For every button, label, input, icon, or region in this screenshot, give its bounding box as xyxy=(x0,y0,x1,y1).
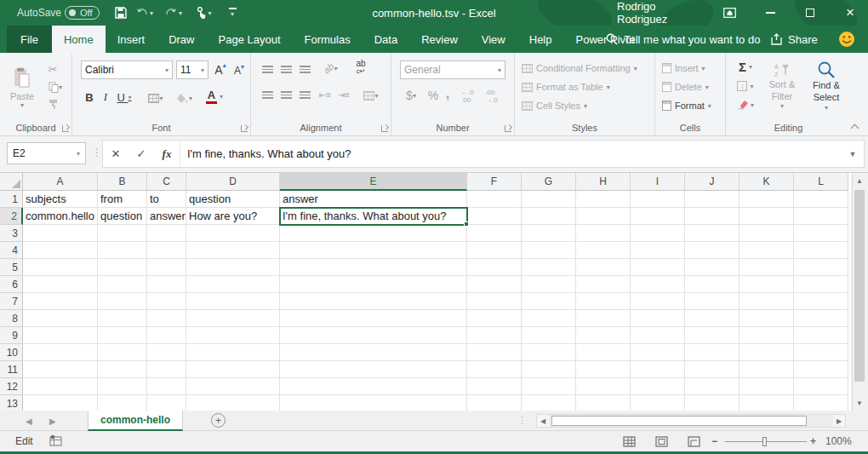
cut-button[interactable]: ✂ xyxy=(44,61,61,77)
cell-F9[interactable] xyxy=(467,327,522,344)
decrease-indent-button[interactable]: ⇤≡ xyxy=(317,89,333,101)
middle-align-button[interactable] xyxy=(278,63,294,75)
cell-L5[interactable] xyxy=(794,259,848,276)
enter-button[interactable]: ✓ xyxy=(128,141,154,167)
underline-button[interactable]: U ▾ xyxy=(113,89,135,106)
cell-C11[interactable] xyxy=(147,361,186,378)
column-header-K[interactable]: K xyxy=(740,173,794,191)
cell-I3[interactable] xyxy=(631,225,685,242)
tell-me-button[interactable]: Tell me what you want to do xyxy=(606,26,760,53)
cell-styles-button[interactable]: Cell Styles▾ xyxy=(522,96,637,115)
cell-K4[interactable] xyxy=(740,242,794,259)
cell-K9[interactable] xyxy=(740,327,794,344)
column-header-H[interactable]: H xyxy=(576,173,631,191)
cell-J10[interactable] xyxy=(685,344,740,361)
borders-button[interactable]: ▾ xyxy=(144,90,168,106)
cell-H3[interactable] xyxy=(576,225,631,242)
cell-L7[interactable] xyxy=(794,293,848,310)
row-header-6[interactable]: 6 xyxy=(0,276,23,293)
cell-C12[interactable] xyxy=(147,378,186,395)
cell-C10[interactable] xyxy=(147,344,186,361)
cell-H9[interactable] xyxy=(576,327,631,344)
cancel-button[interactable]: ✕ xyxy=(103,141,128,167)
cell-I11[interactable] xyxy=(631,361,685,378)
cell-K13[interactable] xyxy=(740,395,794,411)
cell-H10[interactable] xyxy=(576,344,631,361)
cell-E3[interactable] xyxy=(280,225,467,242)
cell-J3[interactable] xyxy=(685,225,740,242)
cell-D10[interactable] xyxy=(186,344,280,361)
cell-L6[interactable] xyxy=(794,276,848,293)
align-right-button[interactable] xyxy=(297,89,312,101)
cell-J8[interactable] xyxy=(685,310,740,327)
cell-A1[interactable]: subjects xyxy=(23,191,98,208)
comma-style-button[interactable]: , xyxy=(443,85,453,102)
ribbon-tab-insert[interactable]: Insert xyxy=(106,26,157,53)
bottom-align-button[interactable] xyxy=(297,63,312,75)
orientation-button[interactable]: ab▾ xyxy=(317,60,343,76)
delete-button[interactable]: Delete▾ xyxy=(662,78,711,96)
clipboard-dialog-launcher[interactable] xyxy=(62,125,69,132)
cell-I10[interactable] xyxy=(631,344,685,361)
fill-button[interactable]: ↓▾ xyxy=(733,78,758,94)
format-painter-button[interactable] xyxy=(44,97,61,111)
row-header-7[interactable]: 7 xyxy=(0,293,23,310)
collapse-ribbon-button[interactable] xyxy=(848,121,861,131)
scroll-down-button[interactable]: ▼ xyxy=(853,396,866,411)
cell-B9[interactable] xyxy=(98,327,147,344)
align-left-button[interactable] xyxy=(260,89,275,101)
cell-D2[interactable]: How are you? xyxy=(186,208,280,225)
fill-handle[interactable] xyxy=(464,221,469,227)
save-button[interactable] xyxy=(111,0,131,26)
cell-I13[interactable] xyxy=(631,395,685,411)
cell-C1[interactable]: to xyxy=(147,191,186,208)
cell-K6[interactable] xyxy=(740,276,794,293)
cell-H11[interactable] xyxy=(576,361,631,378)
cell-K11[interactable] xyxy=(740,361,794,378)
cell-I12[interactable] xyxy=(631,378,685,395)
alignment-dialog-launcher[interactable] xyxy=(381,125,388,132)
ribbon-tab-draw[interactable]: Draw xyxy=(157,26,206,53)
next-sheet-button[interactable]: ▶ xyxy=(49,411,56,431)
cell-J9[interactable] xyxy=(685,327,740,344)
cell-I4[interactable] xyxy=(631,242,685,259)
cell-E8[interactable] xyxy=(280,310,467,327)
cell-F1[interactable] xyxy=(467,191,522,208)
cell-I5[interactable] xyxy=(631,259,685,276)
autosave-toggle[interactable]: Off xyxy=(65,0,100,26)
cell-A5[interactable] xyxy=(23,259,98,276)
row-header-8[interactable]: 8 xyxy=(0,310,23,327)
cell-E13[interactable] xyxy=(280,395,467,411)
cell-C5[interactable] xyxy=(147,259,186,276)
page-layout-view-button[interactable] xyxy=(654,434,669,448)
column-header-J[interactable]: J xyxy=(685,173,740,191)
cell-C4[interactable] xyxy=(147,242,186,259)
cell-C8[interactable] xyxy=(147,310,186,327)
ribbon-tab-help[interactable]: Help xyxy=(517,26,564,53)
row-header-9[interactable]: 9 xyxy=(0,327,23,344)
percent-style-button[interactable]: % xyxy=(425,87,441,104)
column-header-A[interactable]: A xyxy=(23,173,98,191)
vertical-scrollbar[interactable]: ▲ ▼ xyxy=(852,174,865,411)
cell-I2[interactable] xyxy=(631,208,685,225)
cell-A7[interactable] xyxy=(23,293,98,310)
cell-J4[interactable] xyxy=(685,242,740,259)
cell-I7[interactable] xyxy=(631,293,685,310)
fill-color-button[interactable]: ▾ xyxy=(173,90,197,106)
cell-F13[interactable] xyxy=(467,395,522,411)
previous-sheet-button[interactable]: ◀ xyxy=(26,411,32,431)
select-all-corner[interactable] xyxy=(0,173,23,191)
cell-J12[interactable] xyxy=(685,378,740,395)
column-header-I[interactable]: I xyxy=(631,173,685,191)
cell-F4[interactable] xyxy=(467,242,522,259)
cell-H12[interactable] xyxy=(576,378,631,395)
row-header-1[interactable]: 1 xyxy=(0,191,23,208)
cell-G9[interactable] xyxy=(522,327,576,344)
cell-K12[interactable] xyxy=(740,378,794,395)
horizontal-scrollbar[interactable]: ◀ ▶ xyxy=(536,414,846,428)
formula-input[interactable]: I'm fine, thanks. What about you? xyxy=(180,141,842,167)
cell-D7[interactable] xyxy=(186,293,280,310)
ribbon-tab-view[interactable]: View xyxy=(470,26,517,53)
cell-D5[interactable] xyxy=(186,259,280,276)
horizontal-scrollbar-thumb[interactable] xyxy=(551,416,807,426)
